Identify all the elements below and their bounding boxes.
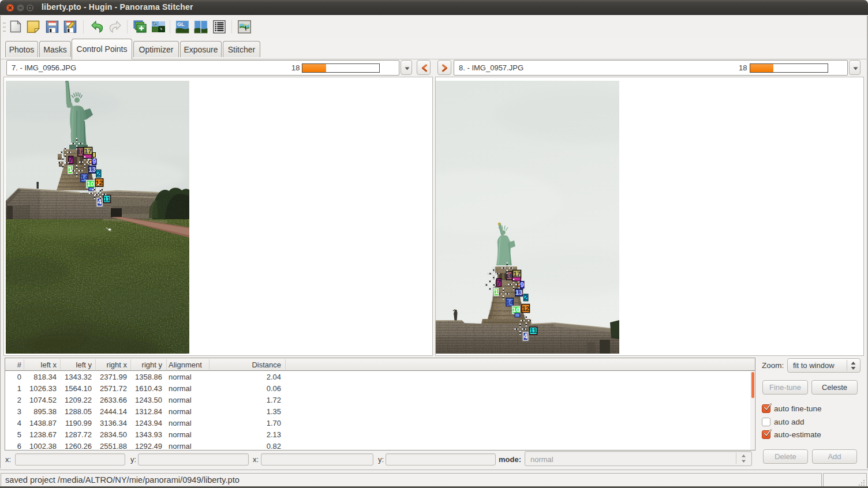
svg-text:10: 10	[512, 306, 520, 313]
svg-text:2: 2	[96, 170, 100, 178]
svg-text:11: 11	[103, 196, 111, 202]
svg-text:1: 1	[495, 288, 499, 296]
svg-text:10: 10	[87, 181, 94, 187]
svg-text:11: 11	[530, 327, 537, 334]
svg-text:9: 9	[92, 157, 96, 166]
svg-text:4: 4	[523, 332, 527, 340]
svg-text:13: 13	[88, 166, 96, 173]
svg-text:4: 4	[98, 198, 102, 206]
svg-text:12: 12	[522, 305, 529, 312]
svg-text:7: 7	[497, 279, 501, 287]
svg-text:9: 9	[520, 281, 524, 289]
svg-text:14: 14	[506, 299, 514, 306]
svg-text:12: 12	[96, 179, 103, 186]
svg-text:1: 1	[68, 166, 72, 174]
svg-text:13: 13	[515, 289, 523, 296]
svg-text:2: 2	[524, 294, 528, 302]
svg-text:7: 7	[69, 156, 73, 164]
svg-text:GL: GL	[177, 21, 185, 27]
svg-text:17: 17	[84, 148, 92, 155]
